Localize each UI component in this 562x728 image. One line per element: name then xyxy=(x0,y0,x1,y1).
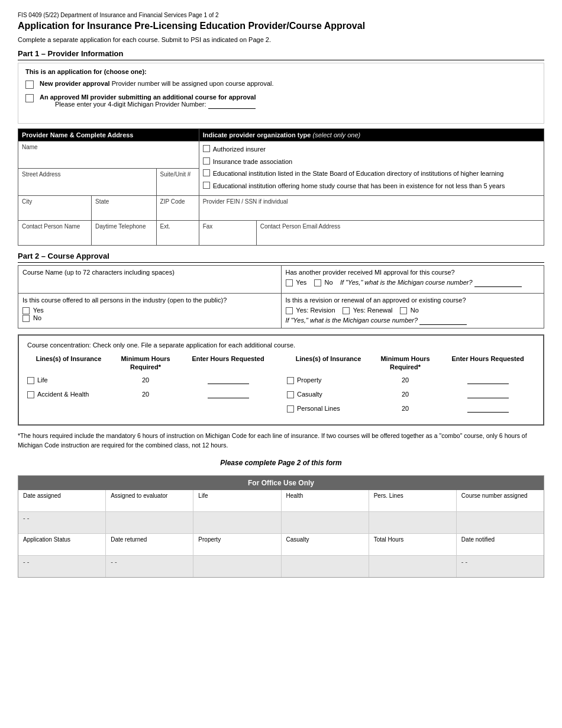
office-header: For Office Use Only xyxy=(18,476,544,490)
app-for-title: This is an application for (choose one): xyxy=(25,68,537,75)
org-type-header: Indicate provider organization type (sel… xyxy=(199,129,544,141)
accident-health-row: Accident & Health 20 xyxy=(27,390,275,398)
provider-address-table: Provider Name & Complete Address Indicat… xyxy=(18,128,544,246)
office-row2-values: - - - - - - xyxy=(18,555,544,577)
life-checkbox[interactable] xyxy=(27,377,34,384)
page2-note: Please complete Page 2 of this form xyxy=(18,459,544,467)
org-type-cell: Authorized insurer Insurance trade assoc… xyxy=(199,141,544,196)
total-hours-cell: Total Hours xyxy=(369,534,457,555)
assigned-evaluator-cell: Assigned to evaluator xyxy=(106,490,193,511)
life-row: Life 20 xyxy=(27,376,275,384)
date-assigned-value-cell: - - xyxy=(18,512,106,533)
daytime-tel-cell: Daytime Telephone xyxy=(92,220,157,245)
course-approval-table: Course Name (up to 72 characters includi… xyxy=(18,265,544,328)
casualty-cell: Casualty xyxy=(282,534,369,555)
right-enter-header: Enter Hours Requested xyxy=(441,355,535,372)
option2-checkbox[interactable] xyxy=(25,94,34,102)
date-returned-value-cell: - - xyxy=(106,556,193,577)
course-name-cell: Course Name (up to 72 characters includi… xyxy=(18,265,282,293)
option2-row: An approved MI provider submitting an ad… xyxy=(25,94,537,114)
contact-name-cell: Contact Person Name xyxy=(18,220,92,245)
date-notified-cell: Date notified xyxy=(457,534,544,555)
mi-yes-checkbox[interactable] xyxy=(286,279,293,286)
property-cell: Property xyxy=(193,534,281,555)
fax-cell: Fax xyxy=(199,220,256,245)
org-type-check-3[interactable] xyxy=(203,169,210,176)
date-returned-cell: Date returned xyxy=(106,534,193,555)
property-row: Property 20 xyxy=(287,376,535,384)
left-lines-header: Lines(s) of Insurance xyxy=(27,355,110,372)
left-enter-header: Enter Hours Requested xyxy=(181,355,275,372)
course-number-value-cell xyxy=(457,512,544,533)
accident-health-checkbox[interactable] xyxy=(27,391,34,398)
option1-checkbox[interactable] xyxy=(25,80,34,89)
life-cell: Life xyxy=(193,490,281,511)
renewal-yes-checkbox[interactable] xyxy=(343,307,350,314)
public-cell: Is this course offered to all persons in… xyxy=(18,293,282,328)
ext-cell: Ext. xyxy=(156,220,199,245)
public-yes-checkbox[interactable] xyxy=(22,307,30,314)
personal-lines-row: Personal Lines 20 xyxy=(287,404,535,413)
concentration-box: Course concentration: Check only one. Fi… xyxy=(18,334,544,426)
footnote: *The hours required include the mandator… xyxy=(18,431,544,450)
office-row1-labels: Date assigned Assigned to evaluator Life… xyxy=(18,490,544,511)
fein-cell: Provider FEIN / SSN if individual xyxy=(199,195,544,220)
header-top: FIS 0409 (5/22) Department of Insurance … xyxy=(18,12,544,18)
app-status-value-cell: - - xyxy=(18,556,106,577)
suite-cell: Suite/Unit # xyxy=(156,168,199,195)
mi-approval-cell: Has another provider received MI approva… xyxy=(281,265,544,293)
name-cell: Name xyxy=(18,141,199,169)
right-lines-header: Lines(s) of Insurance xyxy=(287,355,370,372)
mi-no-checkbox[interactable] xyxy=(314,279,321,286)
public-no-checkbox[interactable] xyxy=(22,315,30,322)
revision-yes-checkbox[interactable] xyxy=(286,307,293,314)
option2-text: An approved MI provider submitting an ad… xyxy=(40,94,256,114)
city-cell: City xyxy=(18,195,92,220)
pers-lines-value-cell xyxy=(369,512,457,533)
revision-cell: Is this a revision or renewal of an appr… xyxy=(281,293,544,328)
casualty-value-cell xyxy=(282,556,369,577)
state-cell: State xyxy=(92,195,157,220)
life-value-cell xyxy=(193,512,281,533)
concentration-title: Course concentration: Check only one. Fi… xyxy=(27,342,535,349)
zip-cell: ZIP Code xyxy=(156,195,199,220)
health-value-cell xyxy=(282,512,369,533)
revision-no-checkbox[interactable] xyxy=(400,307,407,314)
date-notified-value-cell: - - xyxy=(457,556,544,577)
part1-title: Part 1 – Provider Information xyxy=(18,49,544,60)
property-checkbox[interactable] xyxy=(287,377,294,384)
course-number-cell: Course number assigned xyxy=(457,490,544,511)
concentration-right: Lines(s) of Insurance Minimum Hours Requ… xyxy=(287,355,535,419)
subtitle: Complete a separate application for each… xyxy=(18,36,544,43)
option1-text: New provider approval Provider number wi… xyxy=(40,80,274,87)
part2-title: Part 2 – Course Approval xyxy=(18,252,544,263)
date-assigned-cell: Date assigned xyxy=(18,490,106,511)
main-title: Application for Insurance Pre-Licensing … xyxy=(18,21,544,31)
org-type-check-1[interactable] xyxy=(203,145,210,152)
right-min-header: Minimum Hours Required* xyxy=(370,355,441,372)
health-cell: Health xyxy=(282,490,369,511)
office-row2-labels: Application Status Date returned Propert… xyxy=(18,533,544,555)
email-cell: Contact Person Email Address xyxy=(256,220,544,245)
casualty-checkbox[interactable] xyxy=(287,391,294,398)
street-address-cell: Street Address xyxy=(18,168,157,195)
property-value-cell xyxy=(193,556,281,577)
total-hours-value-cell xyxy=(369,556,457,577)
office-row1-values: - - xyxy=(18,511,544,533)
casualty-row: Casualty 20 xyxy=(287,390,535,398)
office-use-box: For Office Use Only Date assigned Assign… xyxy=(18,475,544,578)
pers-lines-cell: Pers. Lines xyxy=(369,490,457,511)
provider-name-header: Provider Name & Complete Address xyxy=(18,129,199,141)
org-type-check-2[interactable] xyxy=(203,157,210,165)
option1-row: New provider approval Provider number wi… xyxy=(25,80,537,89)
app-status-cell: Application Status xyxy=(18,534,106,555)
personal-lines-checkbox[interactable] xyxy=(287,405,294,413)
application-for-section: This is an application for (choose one):… xyxy=(18,63,544,124)
concentration-left: Lines(s) of Insurance Minimum Hours Requ… xyxy=(27,355,275,419)
left-min-header: Minimum Hours Required* xyxy=(110,355,181,372)
assigned-evaluator-value-cell xyxy=(106,512,193,533)
org-type-check-4[interactable] xyxy=(203,182,210,189)
